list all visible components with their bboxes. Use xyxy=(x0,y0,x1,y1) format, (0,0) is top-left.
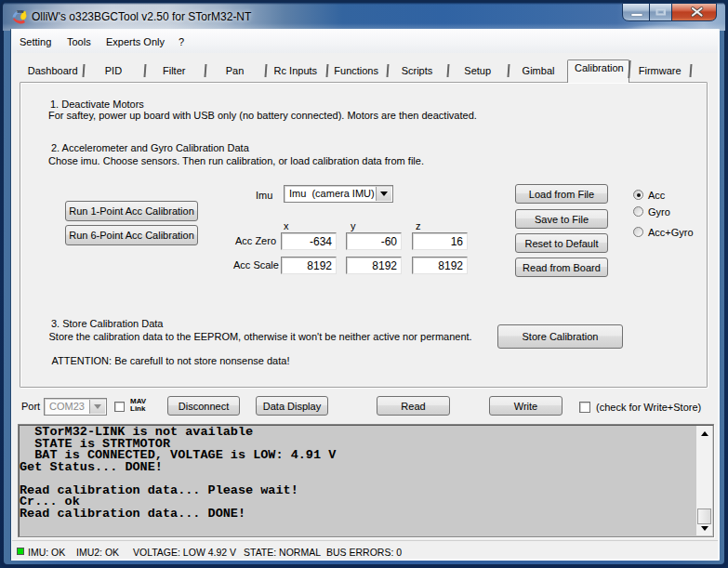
svg-text:MW: MW xyxy=(18,9,24,14)
